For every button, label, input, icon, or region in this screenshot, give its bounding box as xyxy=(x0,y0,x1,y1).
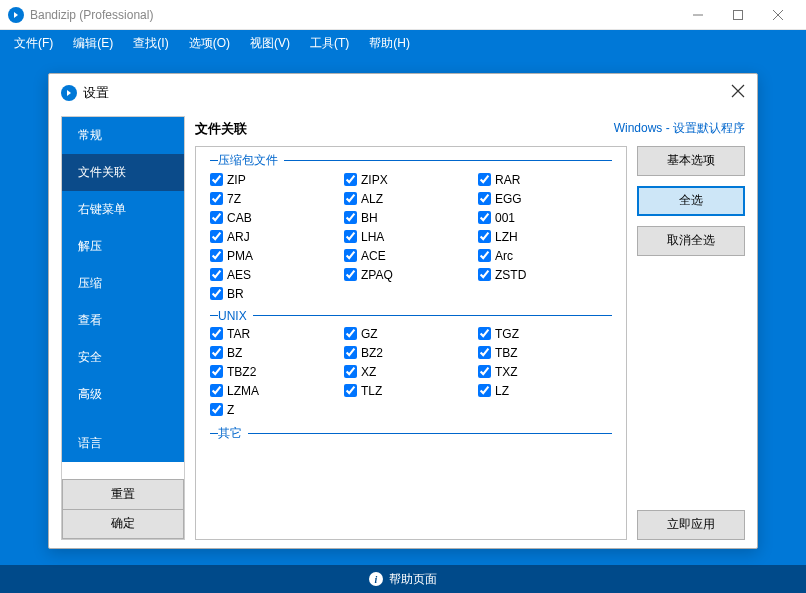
check-xz[interactable]: XZ xyxy=(344,365,478,379)
sidebar-item-extract[interactable]: 解压 xyxy=(62,228,184,265)
check-tbz[interactable]: TBZ xyxy=(478,346,612,360)
checkbox-001[interactable] xyxy=(478,211,491,224)
checkbox-tbz2[interactable] xyxy=(210,365,223,378)
check-tgz[interactable]: TGZ xyxy=(478,327,612,341)
deselect-all-button[interactable]: 取消全选 xyxy=(637,226,745,256)
checkbox-7z[interactable] xyxy=(210,192,223,205)
menu-edit[interactable]: 编辑(E) xyxy=(63,35,123,52)
check-tlz[interactable]: TLZ xyxy=(344,384,478,398)
checkbox-z[interactable] xyxy=(210,403,223,416)
check-egg[interactable]: EGG xyxy=(478,192,612,206)
group-archive: 压缩包文件 ZIPZIPXRAR7ZALZEGGCABBH001ARJLHALZ… xyxy=(210,152,612,305)
checkbox-br[interactable] xyxy=(210,287,223,300)
menu-view[interactable]: 视图(V) xyxy=(240,35,300,52)
checkbox-lz[interactable] xyxy=(478,384,491,397)
checkbox-lzh[interactable] xyxy=(478,230,491,243)
sidebar-item-view[interactable]: 查看 xyxy=(62,302,184,339)
checkbox-zstd[interactable] xyxy=(478,268,491,281)
check-001[interactable]: 001 xyxy=(478,211,612,225)
check-z[interactable]: Z xyxy=(210,403,344,417)
menu-options[interactable]: 选项(O) xyxy=(179,35,240,52)
menu-tools[interactable]: 工具(T) xyxy=(300,35,359,52)
check-bz2[interactable]: BZ2 xyxy=(344,346,478,360)
check-txz[interactable]: TXZ xyxy=(478,365,612,379)
checkbox-alz[interactable] xyxy=(344,192,357,205)
sidebar-item-advanced[interactable]: 高级 xyxy=(62,376,184,413)
checkbox-ace[interactable] xyxy=(344,249,357,262)
windows-default-link[interactable]: Windows - 设置默认程序 xyxy=(614,120,745,137)
footer-help[interactable]: i 帮助页面 xyxy=(0,565,806,593)
dialog-close-button[interactable] xyxy=(731,84,745,101)
checkbox-lha[interactable] xyxy=(344,230,357,243)
checkbox-egg[interactable] xyxy=(478,192,491,205)
maximize-button[interactable] xyxy=(718,0,758,30)
check-lz[interactable]: LZ xyxy=(478,384,612,398)
ok-button[interactable]: 确定 xyxy=(62,509,184,539)
checkbox-aes[interactable] xyxy=(210,268,223,281)
check-tbz2[interactable]: TBZ2 xyxy=(210,365,344,379)
sidebar-item-security[interactable]: 安全 xyxy=(62,339,184,376)
check-lha[interactable]: LHA xyxy=(344,230,478,244)
check-label: PMA xyxy=(227,249,253,263)
checkbox-tgz[interactable] xyxy=(478,327,491,340)
menu-help[interactable]: 帮助(H) xyxy=(359,35,420,52)
checkbox-pma[interactable] xyxy=(210,249,223,262)
basic-options-button[interactable]: 基本选项 xyxy=(637,146,745,176)
checkbox-bz2[interactable] xyxy=(344,346,357,359)
sidebar-item-general[interactable]: 常规 xyxy=(62,117,184,154)
menu-find[interactable]: 查找(I) xyxy=(123,35,178,52)
reset-button[interactable]: 重置 xyxy=(62,479,184,509)
checkbox-lzma[interactable] xyxy=(210,384,223,397)
check-zip[interactable]: ZIP xyxy=(210,173,344,187)
check-label: AES xyxy=(227,268,251,282)
check-bh[interactable]: BH xyxy=(344,211,478,225)
checkbox-tlz[interactable] xyxy=(344,384,357,397)
checkbox-bz[interactable] xyxy=(210,346,223,359)
checkbox-gz[interactable] xyxy=(344,327,357,340)
menu-file[interactable]: 文件(F) xyxy=(4,35,63,52)
checkbox-arc[interactable] xyxy=(478,249,491,262)
checkbox-zip[interactable] xyxy=(210,173,223,186)
checkbox-zipx[interactable] xyxy=(344,173,357,186)
sidebar-item-file-assoc[interactable]: 文件关联 xyxy=(62,154,184,191)
checkbox-cab[interactable] xyxy=(210,211,223,224)
checkbox-xz[interactable] xyxy=(344,365,357,378)
check-zpaq[interactable]: ZPAQ xyxy=(344,268,478,282)
dialog-body: 常规 文件关联 右键菜单 解压 压缩 查看 安全 高级 语言 重置 确定 xyxy=(49,112,757,548)
check-rar[interactable]: RAR xyxy=(478,173,612,187)
check-zstd[interactable]: ZSTD xyxy=(478,268,612,282)
checkbox-panel[interactable]: 压缩包文件 ZIPZIPXRAR7ZALZEGGCABBH001ARJLHALZ… xyxy=(195,146,627,540)
check-bz[interactable]: BZ xyxy=(210,346,344,360)
checkbox-bh[interactable] xyxy=(344,211,357,224)
check-gz[interactable]: GZ xyxy=(344,327,478,341)
check-alz[interactable]: ALZ xyxy=(344,192,478,206)
menubar: 文件(F) 编辑(E) 查找(I) 选项(O) 视图(V) 工具(T) 帮助(H… xyxy=(0,30,806,56)
check-ace[interactable]: ACE xyxy=(344,249,478,263)
check-zipx[interactable]: ZIPX xyxy=(344,173,478,187)
close-button[interactable] xyxy=(758,0,798,30)
apply-now-button[interactable]: 立即应用 xyxy=(637,510,745,540)
check-pma[interactable]: PMA xyxy=(210,249,344,263)
select-all-button[interactable]: 全选 xyxy=(637,186,745,216)
checkbox-rar[interactable] xyxy=(478,173,491,186)
sidebar-item-language[interactable]: 语言 xyxy=(62,425,184,462)
check-label: LZH xyxy=(495,230,518,244)
sidebar-item-context-menu[interactable]: 右键菜单 xyxy=(62,191,184,228)
check-tar[interactable]: TAR xyxy=(210,327,344,341)
checkbox-tbz[interactable] xyxy=(478,346,491,359)
check-lzh[interactable]: LZH xyxy=(478,230,612,244)
checkbox-tar[interactable] xyxy=(210,327,223,340)
check-arj[interactable]: ARJ xyxy=(210,230,344,244)
check-cab[interactable]: CAB xyxy=(210,211,344,225)
check-arc[interactable]: Arc xyxy=(478,249,612,263)
check-lzma[interactable]: LZMA xyxy=(210,384,344,398)
check-aes[interactable]: AES xyxy=(210,268,344,282)
checkbox-txz[interactable] xyxy=(478,365,491,378)
check-label: CAB xyxy=(227,211,252,225)
checkbox-zpaq[interactable] xyxy=(344,268,357,281)
checkbox-arj[interactable] xyxy=(210,230,223,243)
check-br[interactable]: BR xyxy=(210,287,344,301)
check-7z[interactable]: 7Z xyxy=(210,192,344,206)
minimize-button[interactable] xyxy=(678,0,718,30)
sidebar-item-compress[interactable]: 压缩 xyxy=(62,265,184,302)
